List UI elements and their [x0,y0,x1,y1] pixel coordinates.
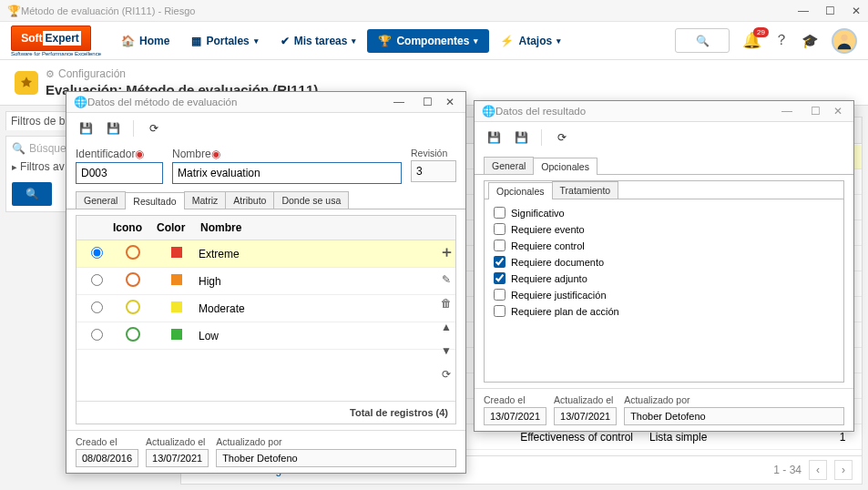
app-icon: 🏆 [7,5,21,17]
dialog2-title: Datos del resultado [495,106,772,117]
dialog-close[interactable]: ✕ [445,96,454,108]
nav-portales[interactable]: ▦ Portales ▾ [180,29,269,53]
next-page[interactable]: › [834,460,853,480]
save-icon[interactable]: 💾 [511,128,531,148]
dialog2-close[interactable]: ✕ [833,105,842,117]
innertab-opcionales[interactable]: Opcionales [488,182,553,199]
save-exit-icon[interactable]: 💾 [76,118,96,138]
save-exit-icon[interactable]: 💾 [484,128,504,148]
page-range: 1 - 34 [773,464,802,476]
global-search[interactable]: 🔍 [675,28,730,53]
rev-input[interactable] [411,160,456,182]
window-title: Método de evaluación (RI111) - Riesgo [21,5,798,16]
dialog-min[interactable]: — [393,96,404,108]
grid-row[interactable]: Low [77,322,455,350]
add-icon[interactable]: ＋ [439,241,454,262]
tab-resultado[interactable]: Resultado [125,192,184,209]
minimize-icon[interactable]: — [798,5,809,17]
down-icon[interactable]: ▼ [441,344,452,357]
dialog2-min[interactable]: — [781,105,792,117]
grid-total: Total de registros (4) [77,401,455,424]
tab-general[interactable]: General [76,191,126,209]
nav-componentes[interactable]: 🏆 Componentes ▾ [367,29,489,53]
option-requiere-plan-de-acción[interactable]: Requiere plan de acción [494,305,834,317]
svg-point-0 [841,34,847,40]
results-grid: Icono Color Nombre Extreme High Moderate… [76,215,456,424]
maximize-icon[interactable]: ☐ [825,5,835,17]
breadcrumb: ⚙ Configuración [46,67,318,80]
result-dialog: 🌐 Datos del resultado — ☐ ✕ 💾 💾 ⟳ Genera… [474,100,854,432]
search-button[interactable]: 🔍 [12,182,52,206]
option-requiere-evento[interactable]: Requiere evento [494,223,834,235]
avatar[interactable] [832,28,857,54]
grid-row[interactable]: Extreme [77,240,455,268]
help-icon[interactable]: ？ [774,31,789,50]
option-requiere-control[interactable]: Requiere control [494,240,834,251]
updated-by2: Thober Detofeno [624,407,844,425]
grad-icon[interactable]: 🎓 [802,33,819,49]
id-input[interactable] [76,162,163,184]
tab2-opcionales[interactable]: Opcionales [533,158,597,175]
nav-atajos[interactable]: ⚡ Atajos ▾ [489,29,572,53]
created-date2: 13/07/2021 [484,407,546,425]
updated-by: Thober Detofeno [216,449,456,467]
name-input[interactable] [172,162,402,184]
innertab-tratamiento[interactable]: Tratamiento [552,181,619,199]
up-icon[interactable]: ▲ [441,321,452,333]
refresh-icon[interactable]: ⟳ [552,128,572,148]
logo: SoftExpert Software for Performance Exce… [11,26,101,56]
dialog-icon: 🌐 [74,96,87,108]
method-dialog: 🌐 Datos del método de evaluación — ☐ ✕ 💾… [66,91,466,474]
tab-atributo[interactable]: Atributo [225,191,274,209]
nav-home[interactable]: 🏠 Home [110,29,180,53]
dialog-max[interactable]: ☐ [423,96,433,108]
grid-row[interactable]: Moderate [77,295,455,322]
dialog-title: Datos del método de evaluación [87,97,384,107]
tab-donde se usa[interactable]: Donde se usa [273,191,349,209]
dialog-icon: 🌐 [482,105,495,117]
notifications-icon[interactable]: 🔔29 [742,31,761,50]
grid-row[interactable]: High [77,268,455,295]
created-date: 08/08/2016 [76,449,138,467]
tab-matriz[interactable]: Matriz [184,191,227,209]
updated-date: 13/07/2021 [146,449,209,467]
updated-date2: 13/07/2021 [554,407,617,425]
dialog2-max[interactable]: ☐ [811,105,821,117]
option-requiere-justificación[interactable]: Requiere justificación [494,289,834,301]
tab2-general[interactable]: General [484,157,534,174]
module-icon [15,71,38,95]
close-icon[interactable]: ✕ [852,5,861,17]
save-icon[interactable]: 💾 [103,118,123,138]
reload-icon[interactable]: ⟳ [442,368,451,381]
refresh-icon[interactable]: ⟳ [144,118,164,138]
nav-tareas[interactable]: ✔ Mis tareas ▾ [270,29,368,53]
edit-icon[interactable]: ✎ [442,273,451,286]
option-significativo[interactable]: Significativo [494,207,834,219]
option-requiere-documento[interactable]: Requiere documento [494,256,834,268]
prev-page[interactable]: ‹ [809,460,827,480]
delete-icon[interactable]: 🗑 [441,297,452,310]
option-requiere-adjunto[interactable]: Requiere adjunto [494,272,834,284]
